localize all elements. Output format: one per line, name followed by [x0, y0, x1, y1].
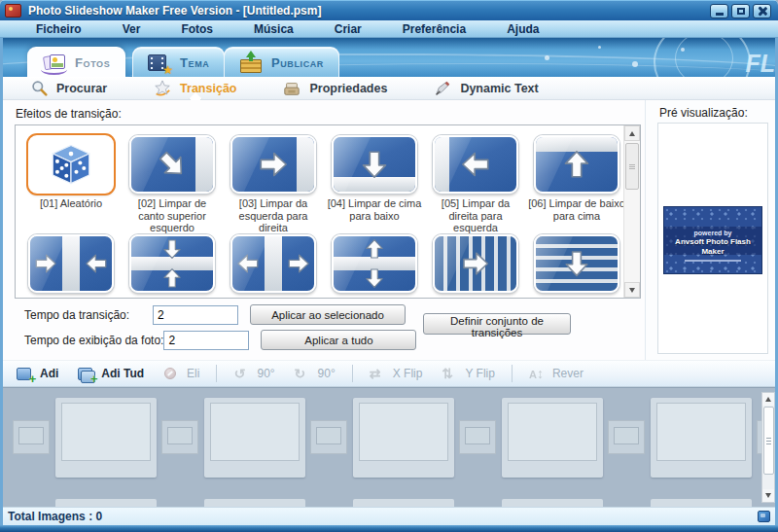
transition-time-input[interactable]	[153, 305, 238, 325]
transition-effect-label: [05] Limpar da direita para esquerda	[425, 197, 526, 223]
transition-effect[interactable]: [02] Limpar de canto superior esquerdo	[122, 135, 223, 223]
decor-logo-fragment: FL	[745, 50, 775, 77]
close-button[interactable]	[753, 4, 771, 18]
status-bar: Total Imagens : 0	[0, 507, 778, 525]
toolbar-button-label: Y Flip	[465, 367, 494, 380]
apply-selected-button[interactable]: Aplicar ao selecionado	[250, 304, 406, 325]
decor-dot	[545, 55, 549, 60]
scroll-down-button[interactable]	[762, 489, 774, 502]
transition-effect[interactable]: [07]	[20, 234, 122, 299]
menu-item-ver[interactable]: Ver	[102, 22, 161, 36]
photo-time-label: Tempo de exibição da foto:	[24, 334, 163, 347]
subtab-dynamic-text[interactable]: Dynamic Text	[434, 77, 538, 99]
toolbar-rotate-left-button[interactable]: ↺ 90°	[227, 367, 281, 381]
arrow-icon	[561, 248, 592, 279]
arrow-icon	[160, 266, 184, 290]
transition-thumbnail[interactable]	[230, 135, 316, 194]
transition-thumbnail[interactable]	[534, 234, 619, 293]
transition-thumbnail[interactable]	[433, 135, 518, 194]
tab-label: Tema	[180, 55, 209, 70]
toolbar-button-label: Eli	[187, 367, 199, 380]
toolbar-rotate-right-button[interactable]: ↻ 90°	[288, 367, 342, 381]
menu-item-preferencia[interactable]: Preferência	[382, 22, 486, 36]
subtab-label: Procurar	[56, 82, 107, 95]
content-area: Efeitos de transição: [01] Aleatório [02…	[0, 100, 778, 360]
transition-effect[interactable]: [08]	[122, 234, 223, 299]
menu-item-criar[interactable]: Criar	[314, 22, 382, 36]
flip-y-icon: ⇅	[442, 367, 459, 381]
subtab-transicao[interactable]: Transição	[154, 77, 236, 99]
subtab-propriedades[interactable]: Propriedades	[283, 77, 387, 99]
transition-effect[interactable]: [06] Limpar de baixo para cima	[526, 135, 627, 223]
toolbar-reverse-button[interactable]: A↕ Rever	[522, 367, 590, 381]
toolbar-add-image-button[interactable]: + Adi	[10, 367, 65, 381]
menu-item-fotos[interactable]: Fotos	[160, 22, 233, 36]
scrollbar-thumb[interactable]	[625, 143, 639, 190]
transition-effect[interactable]: [05] Limpar da direita para esquerda	[425, 135, 526, 223]
transition-thumbnail[interactable]	[129, 234, 215, 293]
toolbar-flip-y-button[interactable]: ⇅ Y Flip	[435, 367, 501, 381]
transition-effect[interactable]: [01] Aleatório	[20, 135, 122, 223]
minimize-button[interactable]	[710, 4, 728, 18]
transition-effect[interactable]: [11]	[425, 234, 526, 299]
transition-effect[interactable]: [03] Limpar da esquerda para direita	[223, 135, 324, 223]
minimize-icon	[716, 13, 724, 16]
define-transition-set-button[interactable]: Definir conjunto de transições	[423, 313, 571, 335]
tab-publicar[interactable]: Publicar	[224, 47, 339, 77]
scroll-down-button[interactable]	[624, 282, 640, 298]
menu-bar: FicheiroVerFotosMúsicaCriarPreferênciaAj…	[0, 20, 778, 38]
arrow-icon	[235, 251, 261, 276]
effects-heading: Efeitos de transição:	[16, 107, 122, 121]
tab-tema[interactable]: ★ Tema	[132, 47, 225, 77]
arrow-icon	[84, 251, 109, 276]
arrow-icon	[560, 148, 593, 181]
dice-icon	[47, 140, 95, 189]
photo-time-input[interactable]	[163, 331, 249, 350]
tab-fotos[interactable]: Fotos	[27, 47, 125, 77]
maximize-button[interactable]	[731, 4, 750, 18]
subtab-procurar[interactable]: Procurar	[31, 77, 107, 99]
transition-thumbnail[interactable]	[28, 135, 114, 194]
menu-item-ajuda[interactable]: Ajuda	[486, 22, 559, 36]
transition-thumbnail[interactable]	[332, 135, 417, 194]
menu-item-musica[interactable]: Música	[233, 22, 314, 36]
tab-label: Publicar	[271, 55, 324, 70]
photos-icon	[43, 53, 67, 73]
toolbar-flip-x-button[interactable]: ⇄ X Flip	[363, 367, 430, 381]
apply-all-button[interactable]: Aplicar a tudo	[261, 330, 416, 350]
transition-effect[interactable]: [10]	[324, 234, 425, 299]
transition-slot	[459, 420, 496, 454]
photo-slot	[353, 398, 454, 478]
effects-scrollbar[interactable]	[623, 125, 640, 298]
triangle-up-icon	[765, 397, 771, 402]
scroll-up-button[interactable]	[762, 393, 774, 406]
transition-effect[interactable]: [09]	[223, 234, 324, 299]
filmstrip-scrollbar[interactable]	[761, 392, 775, 503]
toolbar-delete-button[interactable]: Eli	[157, 367, 206, 381]
transition-effect[interactable]: [12]	[526, 234, 627, 299]
close-icon	[758, 7, 766, 16]
transition-thumbnail[interactable]	[534, 135, 619, 194]
transition-thumbnail[interactable]	[332, 234, 417, 293]
add-image-icon: +	[17, 367, 34, 381]
menu-item-ficheiro[interactable]: Ficheiro	[16, 22, 102, 36]
photo-slot-partial	[502, 499, 603, 507]
arrow-icon	[459, 148, 492, 181]
decor-globe	[675, 38, 733, 77]
photo-slot	[55, 398, 157, 478]
transition-thumbnail[interactable]	[28, 234, 114, 293]
toolbar-add-all-button[interactable]: + Adi Tud	[71, 367, 151, 381]
transition-effect-label: [09]	[263, 297, 284, 299]
scrollbar-thumb[interactable]	[763, 407, 774, 475]
triangle-down-icon	[629, 288, 635, 293]
triangle-down-icon	[765, 493, 771, 498]
transition-thumbnail[interactable]	[129, 135, 215, 194]
scroll-up-button[interactable]	[624, 125, 640, 141]
transition-thumbnail[interactable]	[230, 234, 316, 293]
toolbar-button-label: Rever	[552, 367, 584, 380]
arrow-icon	[257, 148, 290, 181]
resize-grip-icon[interactable]	[758, 511, 770, 522]
transition-thumbnail[interactable]	[433, 234, 518, 293]
transition-effect[interactable]: [04] Limpar de cima para baixo	[324, 135, 425, 223]
preview-watermark: powered by Anvsoft Photo Flash Maker	[664, 229, 761, 262]
